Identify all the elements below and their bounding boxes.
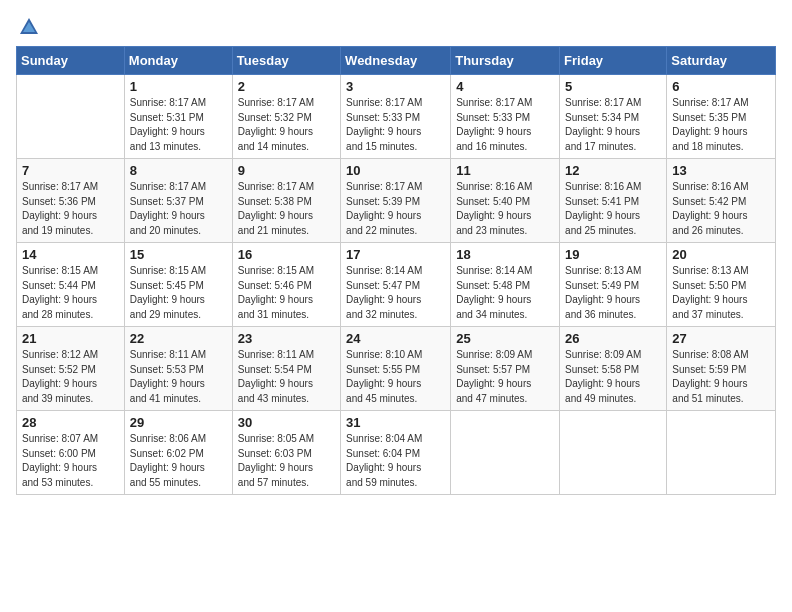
- day-number: 3: [346, 79, 445, 94]
- day-detail: Sunrise: 8:07 AM Sunset: 6:00 PM Dayligh…: [22, 432, 119, 490]
- day-detail: Sunrise: 8:17 AM Sunset: 5:35 PM Dayligh…: [672, 96, 770, 154]
- day-cell: 17Sunrise: 8:14 AM Sunset: 5:47 PM Dayli…: [341, 243, 451, 327]
- day-cell: 3Sunrise: 8:17 AM Sunset: 5:33 PM Daylig…: [341, 75, 451, 159]
- day-detail: Sunrise: 8:17 AM Sunset: 5:39 PM Dayligh…: [346, 180, 445, 238]
- day-cell: 4Sunrise: 8:17 AM Sunset: 5:33 PM Daylig…: [451, 75, 560, 159]
- day-number: 19: [565, 247, 661, 262]
- day-cell: 7Sunrise: 8:17 AM Sunset: 5:36 PM Daylig…: [17, 159, 125, 243]
- day-number: 10: [346, 163, 445, 178]
- day-detail: Sunrise: 8:04 AM Sunset: 6:04 PM Dayligh…: [346, 432, 445, 490]
- day-detail: Sunrise: 8:16 AM Sunset: 5:42 PM Dayligh…: [672, 180, 770, 238]
- day-detail: Sunrise: 8:17 AM Sunset: 5:34 PM Dayligh…: [565, 96, 661, 154]
- day-detail: Sunrise: 8:06 AM Sunset: 6:02 PM Dayligh…: [130, 432, 227, 490]
- day-number: 2: [238, 79, 335, 94]
- day-cell: 14Sunrise: 8:15 AM Sunset: 5:44 PM Dayli…: [17, 243, 125, 327]
- day-cell: [667, 411, 776, 495]
- day-cell: 18Sunrise: 8:14 AM Sunset: 5:48 PM Dayli…: [451, 243, 560, 327]
- day-cell: [17, 75, 125, 159]
- day-detail: Sunrise: 8:14 AM Sunset: 5:47 PM Dayligh…: [346, 264, 445, 322]
- day-detail: Sunrise: 8:14 AM Sunset: 5:48 PM Dayligh…: [456, 264, 554, 322]
- day-number: 27: [672, 331, 770, 346]
- weekday-header-sunday: Sunday: [17, 47, 125, 75]
- day-cell: [560, 411, 667, 495]
- day-detail: Sunrise: 8:16 AM Sunset: 5:40 PM Dayligh…: [456, 180, 554, 238]
- day-number: 13: [672, 163, 770, 178]
- day-number: 7: [22, 163, 119, 178]
- logo-icon: [18, 16, 40, 38]
- day-cell: 29Sunrise: 8:06 AM Sunset: 6:02 PM Dayli…: [124, 411, 232, 495]
- day-detail: Sunrise: 8:17 AM Sunset: 5:36 PM Dayligh…: [22, 180, 119, 238]
- day-number: 16: [238, 247, 335, 262]
- day-number: 22: [130, 331, 227, 346]
- day-cell: 1Sunrise: 8:17 AM Sunset: 5:31 PM Daylig…: [124, 75, 232, 159]
- day-detail: Sunrise: 8:17 AM Sunset: 5:33 PM Dayligh…: [456, 96, 554, 154]
- day-cell: 5Sunrise: 8:17 AM Sunset: 5:34 PM Daylig…: [560, 75, 667, 159]
- day-detail: Sunrise: 8:11 AM Sunset: 5:53 PM Dayligh…: [130, 348, 227, 406]
- day-cell: 16Sunrise: 8:15 AM Sunset: 5:46 PM Dayli…: [232, 243, 340, 327]
- day-detail: Sunrise: 8:17 AM Sunset: 5:31 PM Dayligh…: [130, 96, 227, 154]
- day-detail: Sunrise: 8:15 AM Sunset: 5:45 PM Dayligh…: [130, 264, 227, 322]
- day-detail: Sunrise: 8:13 AM Sunset: 5:49 PM Dayligh…: [565, 264, 661, 322]
- day-cell: 22Sunrise: 8:11 AM Sunset: 5:53 PM Dayli…: [124, 327, 232, 411]
- day-cell: 10Sunrise: 8:17 AM Sunset: 5:39 PM Dayli…: [341, 159, 451, 243]
- week-row-2: 7Sunrise: 8:17 AM Sunset: 5:36 PM Daylig…: [17, 159, 776, 243]
- day-number: 17: [346, 247, 445, 262]
- weekday-header-tuesday: Tuesday: [232, 47, 340, 75]
- day-cell: 12Sunrise: 8:16 AM Sunset: 5:41 PM Dayli…: [560, 159, 667, 243]
- day-cell: 6Sunrise: 8:17 AM Sunset: 5:35 PM Daylig…: [667, 75, 776, 159]
- day-detail: Sunrise: 8:15 AM Sunset: 5:46 PM Dayligh…: [238, 264, 335, 322]
- day-detail: Sunrise: 8:17 AM Sunset: 5:38 PM Dayligh…: [238, 180, 335, 238]
- week-row-1: 1Sunrise: 8:17 AM Sunset: 5:31 PM Daylig…: [17, 75, 776, 159]
- week-row-5: 28Sunrise: 8:07 AM Sunset: 6:00 PM Dayli…: [17, 411, 776, 495]
- day-detail: Sunrise: 8:08 AM Sunset: 5:59 PM Dayligh…: [672, 348, 770, 406]
- day-detail: Sunrise: 8:09 AM Sunset: 5:58 PM Dayligh…: [565, 348, 661, 406]
- week-row-3: 14Sunrise: 8:15 AM Sunset: 5:44 PM Dayli…: [17, 243, 776, 327]
- day-cell: 15Sunrise: 8:15 AM Sunset: 5:45 PM Dayli…: [124, 243, 232, 327]
- day-cell: 11Sunrise: 8:16 AM Sunset: 5:40 PM Dayli…: [451, 159, 560, 243]
- weekday-header-wednesday: Wednesday: [341, 47, 451, 75]
- day-detail: Sunrise: 8:10 AM Sunset: 5:55 PM Dayligh…: [346, 348, 445, 406]
- day-number: 9: [238, 163, 335, 178]
- day-cell: 19Sunrise: 8:13 AM Sunset: 5:49 PM Dayli…: [560, 243, 667, 327]
- day-number: 28: [22, 415, 119, 430]
- day-detail: Sunrise: 8:15 AM Sunset: 5:44 PM Dayligh…: [22, 264, 119, 322]
- day-number: 25: [456, 331, 554, 346]
- day-cell: 2Sunrise: 8:17 AM Sunset: 5:32 PM Daylig…: [232, 75, 340, 159]
- day-detail: Sunrise: 8:05 AM Sunset: 6:03 PM Dayligh…: [238, 432, 335, 490]
- week-row-4: 21Sunrise: 8:12 AM Sunset: 5:52 PM Dayli…: [17, 327, 776, 411]
- day-cell: 31Sunrise: 8:04 AM Sunset: 6:04 PM Dayli…: [341, 411, 451, 495]
- weekday-header-saturday: Saturday: [667, 47, 776, 75]
- day-cell: 27Sunrise: 8:08 AM Sunset: 5:59 PM Dayli…: [667, 327, 776, 411]
- day-number: 20: [672, 247, 770, 262]
- day-number: 4: [456, 79, 554, 94]
- day-detail: Sunrise: 8:17 AM Sunset: 5:37 PM Dayligh…: [130, 180, 227, 238]
- day-number: 21: [22, 331, 119, 346]
- day-number: 15: [130, 247, 227, 262]
- weekday-header-friday: Friday: [560, 47, 667, 75]
- day-cell: [451, 411, 560, 495]
- day-detail: Sunrise: 8:16 AM Sunset: 5:41 PM Dayligh…: [565, 180, 661, 238]
- day-cell: 28Sunrise: 8:07 AM Sunset: 6:00 PM Dayli…: [17, 411, 125, 495]
- weekday-header-monday: Monday: [124, 47, 232, 75]
- day-cell: 9Sunrise: 8:17 AM Sunset: 5:38 PM Daylig…: [232, 159, 340, 243]
- day-number: 24: [346, 331, 445, 346]
- day-number: 14: [22, 247, 119, 262]
- day-cell: 20Sunrise: 8:13 AM Sunset: 5:50 PM Dayli…: [667, 243, 776, 327]
- day-detail: Sunrise: 8:12 AM Sunset: 5:52 PM Dayligh…: [22, 348, 119, 406]
- day-cell: 21Sunrise: 8:12 AM Sunset: 5:52 PM Dayli…: [17, 327, 125, 411]
- day-detail: Sunrise: 8:17 AM Sunset: 5:33 PM Dayligh…: [346, 96, 445, 154]
- day-cell: 23Sunrise: 8:11 AM Sunset: 5:54 PM Dayli…: [232, 327, 340, 411]
- day-cell: 25Sunrise: 8:09 AM Sunset: 5:57 PM Dayli…: [451, 327, 560, 411]
- day-number: 31: [346, 415, 445, 430]
- weekday-header-row: SundayMondayTuesdayWednesdayThursdayFrid…: [17, 47, 776, 75]
- day-cell: 24Sunrise: 8:10 AM Sunset: 5:55 PM Dayli…: [341, 327, 451, 411]
- day-cell: 30Sunrise: 8:05 AM Sunset: 6:03 PM Dayli…: [232, 411, 340, 495]
- day-number: 6: [672, 79, 770, 94]
- day-number: 18: [456, 247, 554, 262]
- day-number: 30: [238, 415, 335, 430]
- day-number: 5: [565, 79, 661, 94]
- day-detail: Sunrise: 8:11 AM Sunset: 5:54 PM Dayligh…: [238, 348, 335, 406]
- day-detail: Sunrise: 8:09 AM Sunset: 5:57 PM Dayligh…: [456, 348, 554, 406]
- day-detail: Sunrise: 8:17 AM Sunset: 5:32 PM Dayligh…: [238, 96, 335, 154]
- day-number: 12: [565, 163, 661, 178]
